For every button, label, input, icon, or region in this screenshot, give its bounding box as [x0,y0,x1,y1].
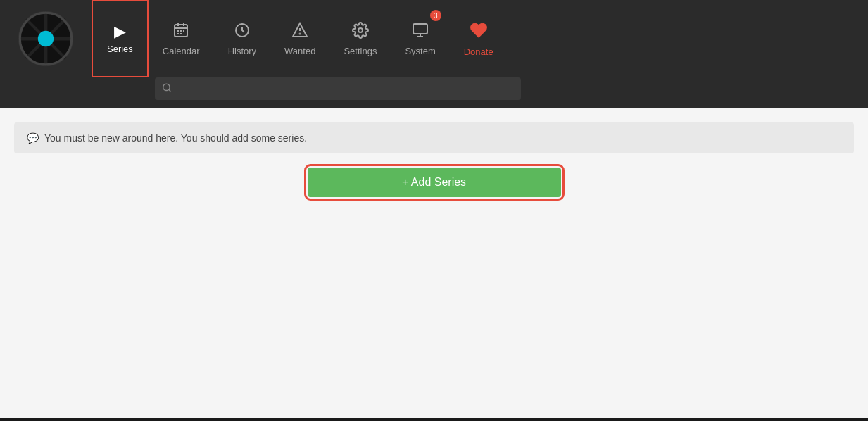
svg-line-25 [169,89,171,92]
system-nav-label: System [405,46,435,56]
system-badge: 3 [430,10,441,21]
logo [7,0,84,77]
search-icon [162,83,172,95]
nav-item-donate[interactable]: Donate [450,0,508,77]
calendar-nav-label: Calendar [163,46,200,56]
nav-item-wanted[interactable]: Wanted [270,0,329,77]
svg-point-20 [358,28,363,32]
series-nav-label: Series [107,44,133,54]
svg-point-5 [38,31,54,46]
main-content: 💬 You must be new around here. You shoul… [0,108,868,418]
nav-item-settings[interactable]: Settings [329,0,391,77]
settings-nav-label: Settings [344,46,377,56]
nav-item-series[interactable]: ▶ Series [92,0,149,77]
donate-nav-label: Donate [464,46,493,57]
svg-point-19 [300,33,301,34]
system-icon [412,22,429,42]
wanted-nav-label: Wanted [284,46,315,56]
nav-items: ▶ Series [92,0,861,77]
search-input[interactable] [155,77,521,100]
add-series-button[interactable]: + Add Series [308,168,561,197]
warning-icon [291,22,308,42]
settings-icon [352,22,369,42]
svg-rect-21 [413,24,427,34]
nav-item-system[interactable]: 3 System [391,0,449,77]
calendar-icon [172,22,189,42]
search-wrapper [155,77,521,100]
history-nav-label: History [228,46,256,56]
play-icon: ▶ [114,24,126,39]
info-message-text: You must be new around here. You should … [44,132,307,144]
heart-icon [470,21,488,42]
nav-item-history[interactable]: History [214,0,270,77]
info-message-box: 💬 You must be new around here. You shoul… [14,122,854,153]
nav-item-calendar[interactable]: Calendar [149,0,214,77]
svg-point-24 [163,84,170,90]
navbar: ▶ Series [0,0,868,108]
comment-icon: 💬 [27,132,39,144]
search-bar-container [0,77,868,108]
history-icon [234,22,251,42]
